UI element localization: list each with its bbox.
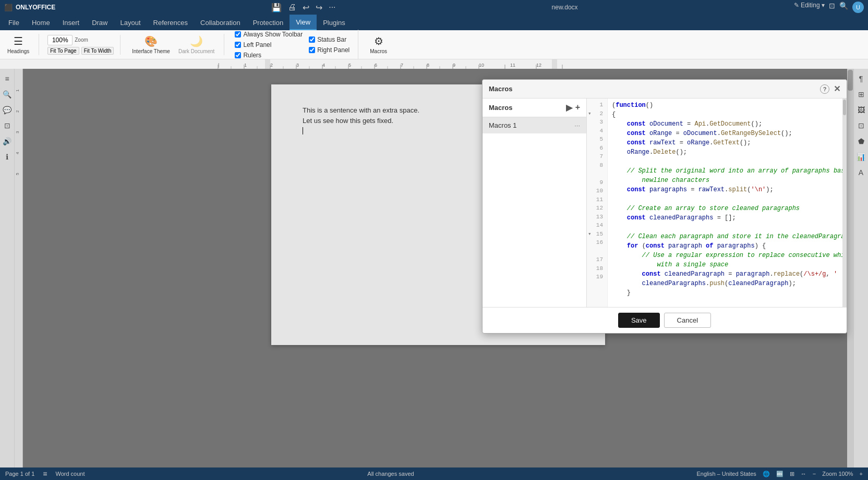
save-icon[interactable]: 💾 bbox=[271, 3, 282, 13]
ribbon-group-checks: Always Show Toolbar Left Panel Rulers St… bbox=[233, 30, 358, 60]
check-rulers[interactable]: Rulers bbox=[233, 51, 305, 60]
code-line-13 bbox=[612, 223, 842, 232]
svg-text:10: 10 bbox=[479, 63, 484, 68]
ln-12: 12 bbox=[587, 204, 607, 213]
cancel-button[interactable]: Cancel bbox=[664, 313, 711, 328]
menu-item-home[interactable]: Home bbox=[26, 15, 56, 30]
menu-item-collaboration[interactable]: Collaboration bbox=[194, 15, 247, 30]
undo-icon[interactable]: ↩ bbox=[303, 3, 309, 13]
code-line-14: // Clean each paragraph and store it in … bbox=[612, 232, 842, 241]
code-line-12: const cleanedParagraphs = []; bbox=[612, 213, 842, 223]
dialog-close-button[interactable]: ✕ bbox=[834, 84, 840, 94]
check-status-bar[interactable]: Status Bar bbox=[307, 35, 352, 44]
ln-6: 6 bbox=[587, 144, 607, 153]
macros-list-title: Macros bbox=[489, 104, 513, 112]
code-line-17: const cleanedParagraph = paragraph.repla… bbox=[612, 269, 842, 279]
code-line-3: const oDocument = Api.GetDocument(); bbox=[612, 119, 842, 129]
share-icon[interactable]: ⊡ bbox=[829, 2, 835, 13]
run-macro-button[interactable]: ▶ bbox=[566, 103, 572, 113]
menu-item-insert[interactable]: Insert bbox=[56, 15, 86, 30]
interface-theme-button[interactable]: 🎨 Interface Theme bbox=[129, 34, 173, 55]
check-right-panel[interactable]: Right Panel bbox=[307, 45, 352, 55]
svg-rect-39 bbox=[552, 59, 557, 69]
zoom-out-icon[interactable]: − bbox=[813, 471, 816, 477]
ln-19: 19 bbox=[587, 273, 607, 281]
fit-to-page-button[interactable]: Fit To Page bbox=[47, 47, 79, 55]
zoom-input[interactable] bbox=[47, 35, 73, 45]
search-top-icon[interactable]: 🔍 bbox=[839, 2, 848, 13]
main-area: ≡ 🔍 💬 ⊡ 🔊 ℹ 1 2 3 4 5 This is a sentence… bbox=[0, 69, 868, 467]
ribbon-group-zoom: Zoom Fit To Page Fit To Width bbox=[47, 35, 120, 55]
menu-item-view[interactable]: View bbox=[290, 15, 317, 30]
ln-4: 4 bbox=[587, 127, 607, 136]
save-status: All changes saved bbox=[367, 471, 414, 477]
menu-item-draw[interactable]: Draw bbox=[86, 15, 114, 30]
ribbon-group-headings: ☰ Headings bbox=[4, 34, 39, 55]
macro-item-label: Macros 1 bbox=[489, 121, 516, 129]
app-name: ONLYOFFICE bbox=[16, 4, 55, 11]
language-globe-icon[interactable]: 🌐 bbox=[763, 471, 770, 477]
menu-item-file[interactable]: File bbox=[2, 15, 26, 30]
save-button[interactable]: Save bbox=[618, 313, 660, 328]
code-content[interactable]: (function() { const oDocument = Api.GetD… bbox=[608, 99, 847, 307]
macros-button[interactable]: ⚙ Macros bbox=[367, 34, 390, 55]
menu-item-layout[interactable]: Layout bbox=[114, 15, 147, 30]
check-left-panel[interactable]: Left Panel bbox=[233, 40, 305, 50]
menu-item-plugins[interactable]: Plugins bbox=[317, 15, 352, 30]
user-avatar[interactable]: U bbox=[852, 2, 864, 13]
ln-3: 3 bbox=[587, 118, 607, 127]
modal-overlay: Macros ? ✕ Macros ▶ + bbox=[0, 69, 868, 467]
dialog-scroll-thumb[interactable] bbox=[843, 100, 846, 115]
ln-5: 5 bbox=[587, 135, 607, 144]
macro-item-more[interactable]: ··· bbox=[574, 121, 580, 129]
headings-button[interactable]: ☰ Headings bbox=[4, 34, 32, 55]
macros-list: Macros ▶ + Macros 1 ··· bbox=[483, 99, 587, 307]
spellcheck-icon[interactable]: 🔤 bbox=[776, 471, 783, 477]
dialog-title-text: Macros bbox=[489, 85, 513, 93]
menu-item-references[interactable]: References bbox=[147, 15, 194, 30]
editing-mode[interactable]: ✎ Editing ▾ bbox=[794, 2, 825, 13]
macro-item-1[interactable]: Macros 1 ··· bbox=[483, 117, 586, 133]
word-count-icon[interactable]: ≡ bbox=[43, 470, 47, 478]
dark-document-button[interactable]: 🌙 Dark Document bbox=[175, 34, 218, 55]
code-area: 1 2 3 4 5 6 7 8 · 9 10 11 12 bbox=[587, 99, 847, 307]
macros-dialog: Macros ? ✕ Macros ▶ + bbox=[482, 79, 847, 334]
window-controls: ✎ Editing ▾ ⊡ 🔍 U bbox=[794, 2, 864, 13]
zoom-in-icon[interactable]: + bbox=[860, 471, 863, 477]
svg-rect-38 bbox=[265, 59, 270, 69]
code-line-1: (function() bbox=[612, 101, 842, 110]
fit-width-icon[interactable]: ↔ bbox=[801, 471, 806, 477]
status-bar: Page 1 of 1 ≡ Word count All changes sav… bbox=[0, 467, 868, 480]
center-status: All changes saved bbox=[93, 471, 689, 477]
view-layout-icon[interactable]: ⊞ bbox=[790, 471, 794, 477]
code-editor[interactable]: 1 2 3 4 5 6 7 8 · 9 10 11 12 bbox=[587, 99, 847, 307]
dialog-help-button[interactable]: ? bbox=[820, 84, 829, 94]
ln-10: 10 bbox=[587, 187, 607, 195]
more-icon[interactable]: ··· bbox=[329, 3, 335, 12]
line-numbers: 1 2 3 4 5 6 7 8 · 9 10 11 12 bbox=[587, 99, 608, 307]
add-macro-button[interactable]: + bbox=[575, 103, 580, 113]
fit-to-width-button[interactable]: Fit To Width bbox=[81, 47, 114, 55]
ln-17: 17 bbox=[587, 255, 607, 264]
svg-text:2: 2 bbox=[270, 63, 273, 68]
svg-text:4: 4 bbox=[322, 63, 325, 68]
dark-document-icon: 🌙 bbox=[190, 35, 203, 47]
menu-item-protection[interactable]: Protection bbox=[247, 15, 290, 30]
dialog-body: Macros ▶ + Macros 1 ··· bbox=[483, 99, 847, 307]
doc-title: new.docx bbox=[552, 4, 578, 11]
ln-16b: · bbox=[587, 247, 607, 256]
titlebar-toolbar: 💾 🖨 ↩ ↪ ··· bbox=[271, 3, 335, 13]
macros-list-header: Macros ▶ + bbox=[483, 99, 586, 117]
print-icon[interactable]: 🖨 bbox=[288, 3, 296, 12]
ln-1: 1 bbox=[587, 101, 607, 109]
redo-icon[interactable]: ↪ bbox=[316, 3, 322, 13]
dialog-footer: Save Cancel bbox=[483, 307, 847, 333]
word-count-label[interactable]: Word count bbox=[55, 471, 85, 477]
language-label[interactable]: English – United States bbox=[696, 471, 756, 477]
macros-label: Macros bbox=[370, 48, 387, 54]
svg-text:7: 7 bbox=[401, 63, 403, 68]
ln-13: 13 bbox=[587, 213, 607, 221]
check-always-show-toolbar[interactable]: Always Show Toolbar bbox=[233, 30, 305, 39]
dialog-scrollbar[interactable] bbox=[842, 99, 847, 307]
interface-theme-label: Interface Theme bbox=[132, 48, 170, 54]
